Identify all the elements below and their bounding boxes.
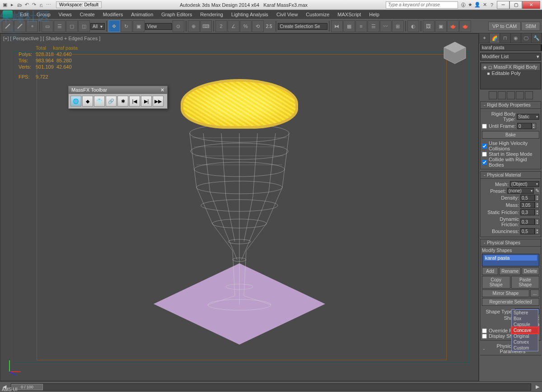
menu-maxscript[interactable]: MAXScript bbox=[334, 11, 364, 18]
mirror-options-button[interactable]: ... bbox=[530, 289, 539, 297]
add-shape-button[interactable]: Add bbox=[482, 267, 498, 275]
select-name-icon[interactable]: ☰ bbox=[54, 20, 65, 32]
menu-help[interactable]: Help bbox=[365, 11, 383, 18]
exchange-icon[interactable]: ✕ bbox=[481, 2, 488, 8]
copy-shape-button[interactable]: Copy Shape bbox=[482, 276, 510, 289]
dfric-input[interactable] bbox=[520, 219, 535, 225]
menu-group[interactable]: Group bbox=[33, 11, 54, 18]
preset-dropdown[interactable]: (none) bbox=[507, 188, 534, 194]
delete-shape-button[interactable]: Delete bbox=[522, 267, 539, 275]
modify-tab-icon[interactable]: 🌈 bbox=[490, 33, 500, 43]
massfx-world-icon[interactable]: 🌐 bbox=[70, 96, 81, 107]
render-frame-icon[interactable]: ▣ bbox=[435, 20, 447, 32]
motion-tab-icon[interactable]: ◉ bbox=[511, 33, 521, 43]
select-rotate-icon[interactable]: ↻ bbox=[121, 20, 132, 32]
manipulate-icon[interactable]: ⊕ bbox=[188, 20, 200, 32]
modifier-list-dropdown[interactable]: Modifier List▾ bbox=[480, 53, 541, 61]
menu-rendering[interactable]: Rendering bbox=[196, 11, 227, 18]
mirror-icon[interactable]: ⧓ bbox=[331, 20, 343, 32]
shape-option-original[interactable]: Original bbox=[512, 333, 538, 339]
open-icon[interactable]: 🗁 bbox=[16, 2, 23, 8]
menu-modifiers[interactable]: Modifiers bbox=[99, 11, 127, 18]
select-scale-icon[interactable]: ▣ bbox=[133, 20, 145, 32]
schematic-icon[interactable]: ⊞ bbox=[392, 20, 404, 32]
shape-option-capsule[interactable]: Capsule bbox=[512, 322, 538, 327]
align-icon[interactable]: ▦ bbox=[343, 20, 355, 32]
sfric-input[interactable] bbox=[520, 209, 535, 215]
massfx-close-icon[interactable]: ✕ bbox=[160, 87, 164, 93]
unlink-icon[interactable] bbox=[14, 20, 26, 32]
pin-stack-icon[interactable] bbox=[489, 91, 497, 99]
snap-percent-icon[interactable]: % bbox=[240, 20, 252, 32]
collide-check[interactable] bbox=[482, 160, 487, 165]
until-frame-input[interactable] bbox=[517, 123, 532, 129]
rollout-rigid-body-header[interactable]: Rigid Body Properties bbox=[481, 102, 541, 109]
massfx-constraint-icon[interactable]: 🔗 bbox=[106, 96, 117, 107]
massfx-step-icon[interactable]: ▶▶ bbox=[153, 96, 164, 107]
viewcube[interactable] bbox=[440, 38, 469, 67]
menu-edit[interactable]: Edit bbox=[16, 11, 32, 18]
time-slider[interactable]: 0 / 100 bbox=[11, 383, 531, 391]
shape-option-box[interactable]: Box bbox=[512, 316, 538, 322]
shape-type-dropdown-list[interactable]: Sphere Box Capsule Concave Original Conv… bbox=[511, 309, 538, 351]
render-setup-icon[interactable]: 🖼 bbox=[423, 20, 435, 32]
layer-manager-icon[interactable]: ☰ bbox=[368, 20, 379, 32]
shapes-listbox[interactable]: karaf pasta bbox=[482, 254, 539, 266]
rollout-physmat-header[interactable]: Physical Material bbox=[481, 172, 541, 179]
hierarchy-tab-icon[interactable]: ⊓ bbox=[500, 33, 510, 43]
mesh-dropdown[interactable]: (Object) bbox=[510, 181, 539, 187]
spinner-snap-icon[interactable]: ⟲ bbox=[252, 20, 264, 32]
display-shape-check[interactable] bbox=[482, 334, 487, 339]
display-tab-icon[interactable]: 🖵 bbox=[521, 33, 532, 43]
signin-icon[interactable]: 👤 bbox=[474, 2, 481, 8]
rigidbody-type-dropdown[interactable]: Static bbox=[517, 114, 539, 120]
new-icon[interactable]: ▸ bbox=[9, 2, 15, 8]
material-editor-icon[interactable]: ◐ bbox=[407, 20, 419, 32]
star-icon[interactable]: ★ bbox=[467, 2, 473, 8]
vp-to-cam-button[interactable]: VP to CAM bbox=[488, 22, 521, 31]
help-search-input[interactable] bbox=[386, 1, 458, 9]
bake-button[interactable]: Bake bbox=[482, 131, 539, 139]
snap-2d-icon[interactable]: 2 bbox=[215, 20, 227, 32]
maximize-button[interactable]: ▢ bbox=[509, 1, 522, 9]
info-icon[interactable]: 🛈 bbox=[460, 2, 466, 8]
paste-shape-button[interactable]: Paste Shape bbox=[511, 276, 540, 289]
menu-views[interactable]: Views bbox=[55, 11, 75, 18]
select-link-icon[interactable] bbox=[2, 20, 14, 32]
unique-icon[interactable] bbox=[507, 91, 515, 99]
menu-lighting[interactable]: Lighting Analysis bbox=[228, 11, 272, 18]
create-tab-icon[interactable]: ✦ bbox=[479, 33, 490, 43]
window-crossing-icon[interactable]: ◫ bbox=[78, 20, 90, 32]
select-object-icon[interactable]: ▭ bbox=[42, 20, 53, 32]
keyboard-shortcut-icon[interactable]: ⌨ bbox=[200, 20, 212, 32]
modifier-epoly[interactable]: ■ Editable Poly bbox=[481, 70, 540, 76]
remove-mod-icon[interactable] bbox=[516, 91, 524, 99]
massfx-toolbar-window[interactable]: MassFX Toolbar ✕ 🌐 ◆ 👕 🔗 ✱ |◀ ▶| ▶▶ bbox=[68, 86, 168, 109]
curve-editor-icon[interactable]: 〰 bbox=[380, 20, 392, 32]
bind-icon[interactable]: ⚬ bbox=[26, 20, 38, 32]
menu-animation[interactable]: Animation bbox=[127, 11, 157, 18]
object-name-input[interactable] bbox=[480, 44, 541, 51]
configure-icon[interactable] bbox=[525, 91, 533, 99]
sbm-button[interactable]: SBM bbox=[521, 22, 540, 31]
shape-option-sphere[interactable]: Sphere bbox=[512, 310, 538, 316]
pivot-icon[interactable]: ⊙ bbox=[173, 20, 184, 32]
snap-angle-icon[interactable]: ∠ bbox=[228, 20, 239, 32]
rename-shape-button[interactable]: Rename bbox=[499, 267, 521, 275]
mirror-shape-button[interactable]: Mirror Shape bbox=[482, 289, 529, 297]
modifier-massfx[interactable]: ◈ ◻ MassFX Rigid Body bbox=[481, 64, 540, 70]
shape-option-concave[interactable]: Concave bbox=[512, 327, 538, 333]
hivelocity-check[interactable] bbox=[482, 144, 487, 149]
show-end-icon[interactable] bbox=[498, 91, 506, 99]
app-logo-icon[interactable] bbox=[3, 10, 13, 19]
menu-grapheditors[interactable]: Graph Editors bbox=[158, 11, 196, 18]
sleep-check[interactable] bbox=[482, 152, 487, 157]
workspace-dropdown[interactable]: Workspace: Default bbox=[56, 1, 102, 8]
ref-coord-dropdown[interactable]: View bbox=[145, 23, 172, 30]
redo-icon[interactable]: ⎌ bbox=[38, 2, 44, 8]
massfx-play-icon[interactable]: ▶| bbox=[141, 96, 152, 107]
massfx-reset-icon[interactable]: |◀ bbox=[129, 96, 140, 107]
massfx-titlebar[interactable]: MassFX Toolbar ✕ bbox=[69, 86, 167, 94]
preset-pick-icon[interactable]: ✎ bbox=[535, 188, 539, 194]
rollout-physshapes-header[interactable]: Physical Shapes bbox=[481, 239, 541, 247]
